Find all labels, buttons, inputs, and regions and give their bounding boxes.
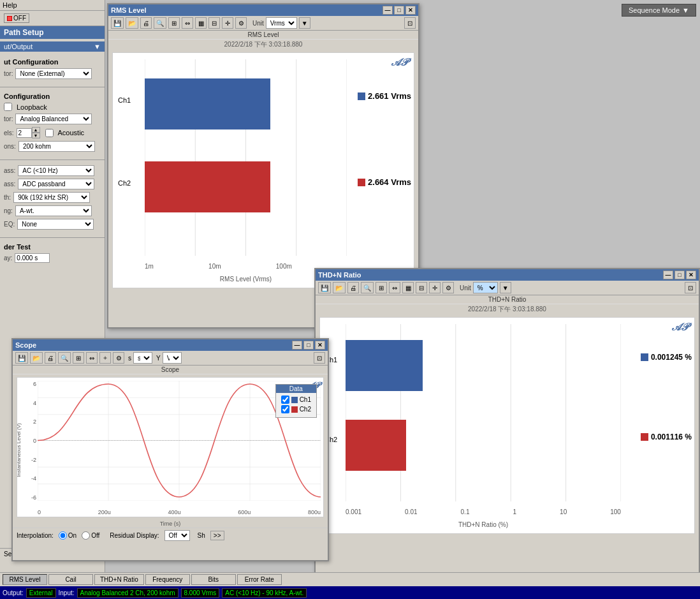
io-dropdown[interactable]: ut/Output ▼: [0, 41, 105, 52]
thdn-zoom-icon[interactable]: 🔍: [361, 282, 374, 293]
loopback-checkbox[interactable]: [4, 103, 12, 111]
rms-grid-icon[interactable]: ▦: [195, 17, 207, 29]
seq-mode-button[interactable]: Sequence Mode ▼: [622, 4, 696, 17]
thdn-titlebar[interactable]: THD+N Ratio — □ ✕: [316, 269, 699, 281]
output-label: Output:: [3, 589, 24, 596]
scope-legend-title: Data: [276, 385, 316, 393]
thdn-measure-icon[interactable]: ⊟: [416, 282, 427, 293]
bw-select[interactable]: 90k (192 kHz SR): [13, 192, 90, 203]
hpf-select[interactable]: AC (<10 Hz): [18, 165, 94, 176]
scope-external-icon[interactable]: ⊡: [314, 352, 325, 364]
rms-unit-select[interactable]: Vrms dBV: [266, 17, 297, 29]
rms-titlebar[interactable]: RMS Level — □ ✕: [108, 4, 418, 16]
scope-maximize-btn[interactable]: □: [303, 341, 314, 350]
scope-x-select[interactable]: s: [133, 352, 152, 364]
off-button[interactable]: OFF: [4, 13, 29, 23]
lpf-select[interactable]: ADC passband: [18, 179, 94, 189]
thdn-save-icon[interactable]: 💾: [318, 282, 331, 293]
levels-down[interactable]: ▼: [32, 133, 40, 138]
thdn-unit-select[interactable]: % dB: [473, 282, 498, 293]
scope-settings-icon[interactable]: ⚙: [113, 352, 124, 364]
thdn-timestamp: 2022/2/18 下午 3:03:18.880: [316, 304, 699, 314]
thdn-close-btn[interactable]: ✕: [686, 270, 696, 279]
taskbar-freq[interactable]: Frequency: [145, 574, 190, 585]
rms-expand-icon[interactable]: ⇔: [182, 17, 193, 29]
thdn-x-0: 0.001: [346, 508, 361, 515]
scope-titlebar[interactable]: Scope — □ ✕: [13, 339, 328, 351]
thdn-expand-icon[interactable]: ⇔: [389, 282, 400, 293]
thdn-x-1: 0.01: [405, 508, 417, 515]
rms-toolbar: 💾 📂 🖨 🔍 ⊞ ⇔ ▦ ⊟ ✛ ⚙ Unit Vrms dBV ▼ ⊡: [108, 16, 418, 31]
taskbar-thdn[interactable]: THD+N Ratio: [94, 574, 144, 585]
taskbar-errrate[interactable]: Error Rate: [237, 574, 282, 585]
scope-open-icon[interactable]: 📂: [30, 352, 43, 364]
scope-close-btn[interactable]: ✕: [315, 341, 325, 350]
scope-expand-icon[interactable]: ⇔: [86, 352, 98, 364]
thdn-fit-icon[interactable]: ⊞: [376, 282, 387, 293]
seq-mode-label: Sequence Mode: [629, 6, 680, 14]
scope-legend-ch2-check[interactable]: [281, 405, 289, 413]
scope-legend-ch1-check[interactable]: [281, 396, 289, 404]
interp-off-radio[interactable]: Off: [82, 531, 99, 540]
taskbar-rms[interactable]: RMS Level: [3, 574, 47, 585]
scope-y-select[interactable]: V: [163, 352, 182, 364]
thdn-x-2: 0.1: [461, 508, 470, 515]
thdn-grid-icon[interactable]: ▦: [402, 282, 414, 293]
acoustic-checkbox[interactable]: [45, 129, 54, 137]
levels-up[interactable]: ▲: [32, 127, 40, 133]
rms-print-icon[interactable]: 🖨: [140, 17, 152, 29]
scope-save-icon[interactable]: 💾: [15, 352, 28, 364]
thdn-minimize-btn[interactable]: —: [663, 270, 673, 279]
taskbar-bits[interactable]: Bits: [191, 574, 236, 585]
rms-open-icon[interactable]: 📂: [126, 17, 138, 29]
thdn-print-icon[interactable]: 🖨: [347, 282, 359, 293]
thdn-open-icon[interactable]: 📂: [333, 282, 346, 293]
scope-legend-ch2: Ch2: [281, 405, 311, 413]
eq-select[interactable]: None: [17, 219, 94, 230]
scope-print-icon[interactable]: 🖨: [45, 352, 56, 364]
interp-off-input[interactable]: [82, 531, 90, 540]
con-select[interactable]: Analog Balanced: [15, 114, 92, 124]
thdn-maximize-btn[interactable]: □: [674, 270, 685, 279]
thdn-x-label: THD+N Ratio (%): [346, 521, 621, 528]
rms-settings-icon[interactable]: ⚙: [235, 17, 247, 29]
weighting-label: ng:: [4, 207, 13, 214]
taskbar-cail[interactable]: Cail: [48, 574, 93, 585]
rms-ch2-label: Ch2: [118, 179, 131, 187]
rms-zoom-icon[interactable]: 🔍: [154, 17, 166, 29]
thdn-ch2-value-row: 0.001116 %: [641, 433, 692, 441]
rms-cursor-icon[interactable]: ✛: [222, 17, 233, 29]
scope-minimize-btn[interactable]: —: [292, 341, 302, 350]
rms-unit-arrow[interactable]: ▼: [299, 17, 310, 29]
gen-select[interactable]: None (External): [15, 68, 92, 79]
rms-close-btn[interactable]: ✕: [405, 6, 416, 15]
help-menu[interactable]: Help: [3, 1, 17, 9]
thdn-external-icon[interactable]: ⊡: [685, 282, 696, 293]
scope-zoom-icon[interactable]: 🔍: [58, 352, 71, 364]
rms-measure-icon[interactable]: ⊟: [208, 17, 220, 29]
delay-input[interactable]: [15, 253, 50, 263]
ref-select[interactable]: 200 kohm: [18, 141, 95, 152]
rms-minimize-btn[interactable]: —: [383, 6, 393, 15]
rms-save-icon[interactable]: 💾: [111, 17, 124, 29]
residual-select[interactable]: Off On: [164, 530, 190, 541]
scope-y-tick-4: 4: [33, 400, 36, 406]
scope-plus-icon[interactable]: ＋: [99, 352, 111, 364]
weighting-select[interactable]: A-wt.: [15, 205, 92, 216]
thdn-settings-icon[interactable]: ⚙: [442, 282, 454, 293]
scope-sh-btn[interactable]: >>: [210, 531, 224, 540]
levels-input[interactable]: [17, 128, 32, 138]
interp-on-radio[interactable]: On: [59, 531, 77, 540]
thdn-unit-arrow[interactable]: ▼: [500, 282, 511, 293]
rms-external-icon[interactable]: ⊡: [404, 17, 416, 29]
thdn-cursor-icon[interactable]: ✛: [429, 282, 441, 293]
rms-fit-icon[interactable]: ⊞: [168, 17, 180, 29]
scope-legend-ch2-sq: [291, 406, 298, 413]
rms-ch2-row: Ch2: [145, 161, 347, 212]
rms-maximize-btn[interactable]: □: [394, 6, 404, 15]
interp-on-input[interactable]: [59, 531, 67, 540]
scope-fit-icon[interactable]: ⊞: [73, 352, 84, 364]
levels-spinner[interactable]: ▲ ▼: [17, 127, 40, 138]
rms-timestamp: 2022/2/18 下午 3:03:18.880: [108, 40, 418, 50]
rms-ch1-value: 2.661 Vrms: [368, 91, 411, 101]
